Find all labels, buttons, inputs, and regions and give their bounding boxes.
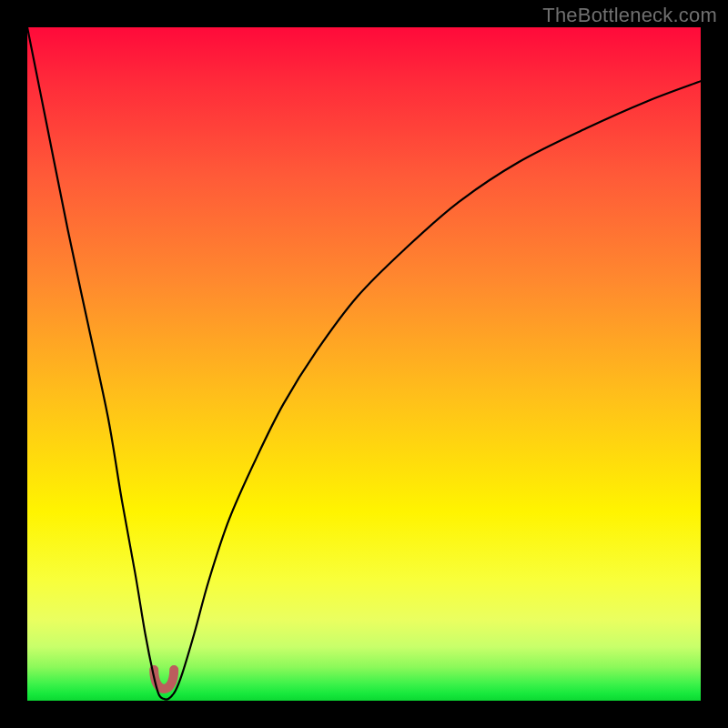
chart-frame: TheBottleneck.com [0, 0, 728, 728]
curve-svg [27, 27, 701, 701]
plot-area [27, 27, 701, 701]
bottleneck-curve [27, 27, 701, 700]
watermark-text: TheBottleneck.com [542, 4, 717, 27]
